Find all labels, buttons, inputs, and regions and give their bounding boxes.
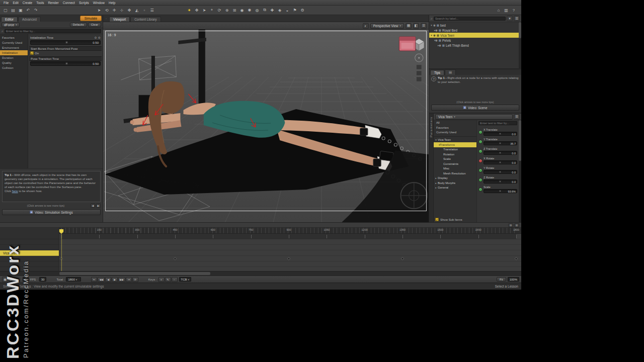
redo-icon[interactable]: ↷	[32, 7, 39, 14]
translate-tool-icon[interactable]: ✛	[111, 7, 118, 14]
dforce-simulate-icon[interactable]: ✦	[186, 7, 193, 14]
viewport-menu-icon[interactable]: ☰	[421, 23, 427, 29]
viewport-tab[interactable]: Content Library	[130, 17, 160, 22]
expand-arrow-icon[interactable]: ▸	[429, 29, 434, 32]
parameter-filter-item[interactable]: All	[434, 121, 476, 126]
parameter-group-row[interactable]: Misc	[434, 166, 476, 171]
dial-icon[interactable]	[478, 149, 482, 153]
tips-tab[interactable]: Tips	[430, 70, 444, 75]
menu-item[interactable]: Scripts	[77, 1, 91, 5]
frame-view-icon[interactable]: ⌖	[208, 7, 215, 14]
delete-keyframe-button[interactable]: −	[172, 277, 178, 282]
track-label[interactable]	[0, 256, 59, 261]
expand-arrow-icon[interactable]: ▾	[434, 138, 437, 141]
slider-handle[interactable]	[499, 180, 501, 183]
expand-arrow-icon[interactable]: ▾	[429, 24, 432, 27]
parameter-group-row[interactable]: Rotation	[434, 152, 476, 157]
expand-arrow-icon[interactable]: ▾	[434, 143, 439, 146]
expand-arrow-icon[interactable]: ▸	[434, 182, 437, 185]
scene-scrollbar[interactable]	[519, 22, 521, 68]
help-icon[interactable]: ?	[510, 7, 517, 14]
menu-item[interactable]: Edit	[11, 1, 20, 5]
fit-button[interactable]: Fit	[497, 277, 506, 282]
viewport-3d-scene[interactable]: 16 : 9	[103, 30, 429, 222]
parameter-group-row[interactable]: ▸ Display	[434, 176, 476, 181]
parameter-slider[interactable]: 35.7	[484, 141, 517, 145]
timeline-ruler[interactable]: 0150300450600750900105012001350150016501…	[59, 228, 521, 234]
current-frame-field[interactable]: 0	[23, 277, 28, 282]
defaults-button[interactable]: Defaults	[70, 23, 87, 27]
scene-filter-icon[interactable]: ▾	[507, 16, 513, 21]
parameter-slider[interactable]: 0.0	[484, 170, 517, 174]
expand-arrow-icon[interactable]: ▸	[434, 176, 437, 179]
visibility-icon[interactable]: ◒	[284, 7, 291, 14]
parameter-group-row[interactable]: ▸ Body Morphs	[434, 180, 476, 186]
settings-tab[interactable]: Advanced	[18, 17, 41, 22]
track-label[interactable]	[0, 234, 59, 239]
pose-transition-slider[interactable]: 0.50	[30, 61, 101, 66]
timeline-options-icon[interactable]: ⚙	[508, 223, 513, 227]
settings-group-item[interactable]: Currently Used	[0, 40, 28, 45]
visibility-eye-icon[interactable]: ◉	[435, 29, 438, 32]
parameter-slider[interactable]: 0.0	[484, 132, 517, 136]
timeline-scroll-track[interactable]	[0, 271, 521, 276]
show-sub-items-checkbox[interactable]: ✓	[435, 218, 439, 221]
parameter-slider-row[interactable]: Z Translate 0.0	[478, 146, 517, 156]
parameter-slider-row[interactable]: X Translate 0.0	[478, 127, 517, 137]
parameters-menu-icon[interactable]: ☰	[514, 114, 520, 120]
menu-item[interactable]: Help	[107, 1, 117, 5]
track-label[interactable]: Vica Teen	[0, 250, 59, 256]
previous-tip-button[interactable]: ◀	[91, 204, 95, 208]
orbit-view-icon[interactable]: ⟳	[216, 7, 223, 14]
keyframe-marker[interactable]	[400, 257, 404, 260]
camera-options-icon[interactable]: ▦	[406, 23, 412, 29]
slider-handle[interactable]	[499, 190, 501, 192]
open-file-icon[interactable]: ▤	[10, 7, 17, 14]
previous-key-button[interactable]: ◀◀	[98, 277, 105, 282]
pointer-icon[interactable]: ➤	[201, 7, 208, 14]
dial-icon[interactable]	[478, 159, 482, 163]
parameter-slider-row[interactable]: Scale 93.6%	[478, 185, 517, 194]
layout-icon[interactable]: ▥	[503, 7, 510, 14]
undo-icon[interactable]: ↶	[25, 7, 32, 14]
parameter-group-row[interactable]: Mesh Resolution	[434, 171, 476, 176]
info-tab[interactable]: ▤	[445, 69, 456, 75]
total-frames-field[interactable]: 1800▾	[66, 277, 81, 282]
settings-group-item[interactable]: Collision	[0, 65, 28, 70]
save-file-icon[interactable]: ▣	[17, 7, 24, 14]
parameter-slider[interactable]: 93.6%	[484, 189, 517, 193]
parameter-slider-row[interactable]: X Rotate 0.0	[478, 156, 517, 165]
scene-node-row[interactable]: ▾ ◉ ▦ Pelvis	[429, 38, 521, 43]
settings-group-item[interactable]: Environment	[0, 45, 28, 50]
next-frame-button[interactable]: ▶▶	[118, 277, 125, 282]
timeline-zoom-field[interactable]: 100%	[508, 277, 519, 282]
expand-arrow-icon[interactable]: ▸	[434, 186, 437, 189]
engine-selector[interactable]: dForce▾	[2, 23, 20, 27]
dial-icon[interactable]	[478, 168, 482, 172]
settings-tab[interactable]: Editor	[1, 17, 18, 22]
parameter-group-row[interactable]: ▾ Transforms	[434, 142, 476, 147]
render-icon[interactable]: ◍	[254, 7, 261, 14]
parameter-group-row[interactable]: Translation	[434, 147, 476, 152]
previous-frame-button[interactable]: ◀	[105, 277, 111, 282]
parameters-vertical-tab[interactable]: Parameters	[429, 114, 434, 222]
viewport-tab[interactable]: Viewport	[109, 17, 130, 22]
keyframe-marker[interactable]	[514, 257, 518, 260]
scene-node-row[interactable]: ▾ ◉ ▦ Vica Teen	[429, 33, 521, 38]
settings-group-item[interactable]: Favorites	[0, 35, 28, 40]
split-view-icon[interactable]: ◧	[413, 23, 419, 29]
visibility-eye-icon[interactable]: ◉	[433, 24, 436, 27]
region-navigator-icon[interactable]: ▫	[141, 7, 148, 14]
viewport-canvas[interactable]: 16 : 9	[103, 30, 429, 222]
settings-icon[interactable]: ⚙	[299, 7, 306, 14]
universal-tool-icon[interactable]: ✥	[126, 7, 133, 14]
playhead[interactable]	[59, 229, 64, 234]
visibility-eye-icon[interactable]: ◉	[433, 34, 436, 37]
expand-arrow-icon[interactable]: ▸	[429, 44, 438, 47]
timeline-track-area[interactable]	[59, 234, 521, 271]
menu-item[interactable]: Tools	[34, 1, 46, 5]
dial-icon[interactable]	[478, 130, 482, 134]
pane-pin-icon[interactable]: ◦	[104, 17, 108, 20]
node-list-icon[interactable]: ☰	[148, 7, 155, 14]
settings-filter-input[interactable]	[5, 29, 101, 33]
